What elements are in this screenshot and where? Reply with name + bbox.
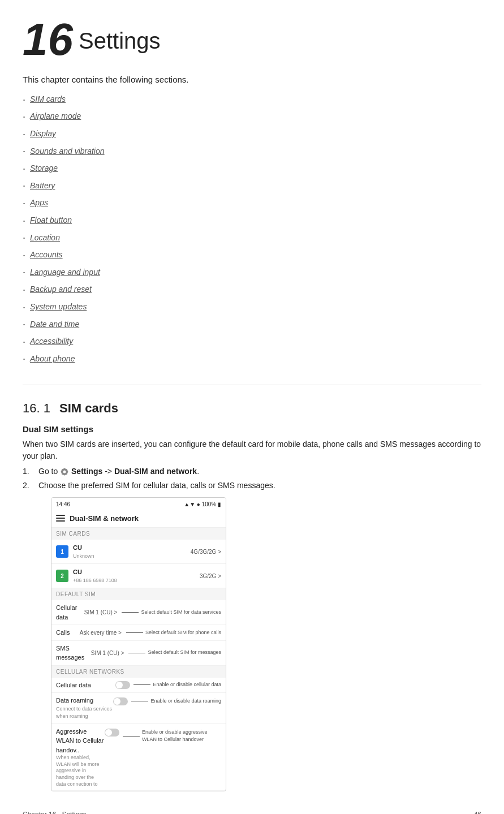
battery-icon: 100%: [202, 501, 217, 507]
aggressive-wlan-toggle: [105, 729, 119, 737]
toc-link[interactable]: Location: [30, 231, 60, 245]
toc-link[interactable]: About phone: [30, 352, 75, 366]
hamburger-icon: [56, 515, 65, 522]
toc-item: Accounts: [23, 247, 481, 264]
toc-list: SIM cardsAirplane modeDisplaySounds and …: [23, 91, 481, 368]
steps-list: 1. Go to Settings -> Dual-SIM and networ…: [23, 466, 481, 492]
toc-item: Battery: [23, 177, 481, 195]
toc-link[interactable]: Float button: [30, 214, 72, 227]
data-roaming-row: Data roaming Connect to data services wh…: [51, 693, 226, 724]
svg-rect-6: [64, 474, 65, 476]
step-1: 1. Go to Settings -> Dual-SIM and networ…: [23, 466, 481, 477]
toc-link[interactable]: SIM cards: [30, 93, 66, 106]
wifi-icon: ●: [197, 501, 202, 507]
annotation-wlan: Enable or disable aggressive WLAN to Cel…: [123, 729, 221, 744]
toc-item: Display: [23, 126, 481, 143]
footer-left: Chapter 16 . Settings: [23, 809, 87, 814]
section-title-text: SIM cards: [59, 401, 118, 415]
toc-link[interactable]: Accounts: [30, 248, 63, 262]
data-roaming-toggle: [113, 697, 128, 705]
section-number: 16. 1: [23, 401, 50, 415]
section-divider: [23, 385, 481, 385]
toc-link[interactable]: Backup and reset: [30, 283, 92, 296]
toc-link[interactable]: System updates: [30, 300, 87, 314]
battery-bar: ▮: [218, 501, 221, 507]
svg-point-1: [63, 470, 66, 473]
sim2-row: 2 CU +86 186 6598 7108 3G/2G >: [51, 564, 226, 588]
toc-item: System updates: [23, 299, 481, 316]
toc-item: Date and time: [23, 316, 481, 333]
toc-item: SIM cards: [23, 91, 481, 109]
subsection-title: Dual SIM settings: [23, 423, 481, 436]
phone-screenshot: 14:46 ▲▼ ● 100% ▮ Dual-SIM & network SIM…: [51, 497, 226, 792]
page-footer: Chapter 16 . Settings 46: [0, 809, 504, 814]
toc-item: Airplane mode: [23, 108, 481, 126]
sim2-badge: 2: [56, 570, 68, 582]
svg-rect-2: [64, 468, 65, 470]
sim2-info: CU +86 186 6598 7108: [73, 567, 200, 584]
annotation-cellular-toggle: Enable or disable cellular data: [133, 681, 221, 689]
annotation-cellular-data: Select default SIM for data services: [122, 609, 221, 617]
chapter-number: 16: [23, 17, 73, 62]
signal-icon: ▲▼: [184, 501, 197, 507]
toc-link[interactable]: Language and input: [30, 266, 100, 279]
step-1-num: 1.: [23, 466, 38, 477]
cellular-networks-label: CELLULAR NETWORKS: [51, 666, 226, 678]
toc-item: Apps: [23, 195, 481, 212]
cellular-data-toggle: [115, 681, 130, 689]
annotation-calls: Select default SIM for phone calls: [126, 629, 221, 637]
status-icons: ▲▼ ● 100% ▮: [184, 500, 221, 509]
toc-link[interactable]: Accessibility: [30, 335, 73, 348]
screen-title-text: Dual-SIM & network: [70, 513, 139, 524]
cellular-data-toggle-row: Cellular data Enable or disable cellular…: [51, 678, 226, 694]
sms-row: SMS messages SIM 1 (CU) > Select default…: [51, 641, 226, 666]
section-body-text: When two SIM cards are inserted, you can…: [23, 438, 481, 462]
svg-rect-4: [67, 471, 68, 472]
toc-link[interactable]: Date and time: [30, 318, 79, 331]
sim-cards-label: SIM CARDS: [51, 528, 226, 540]
step-2-text: Choose the preferred SIM for cellular da…: [38, 480, 275, 492]
toc-item: Accessibility: [23, 333, 481, 351]
cellular-data-row: Cellular data SIM 1 (CU) > Select defaul…: [51, 600, 226, 625]
sim1-info: CU Unknown: [73, 543, 191, 560]
intro-text: This chapter contains the following sect…: [23, 74, 481, 87]
default-sim-label: DEFAULT SIM: [51, 588, 226, 600]
toc-item: Sounds and vibration: [23, 143, 481, 160]
section-16-1-title: 16. 1 SIM cards: [23, 399, 481, 417]
step-1-text: Go to Settings -> Dual-SIM and network.: [38, 466, 199, 477]
screen-title-bar: Dual-SIM & network: [51, 511, 226, 528]
toc-item: Location: [23, 229, 481, 247]
annotation-roaming: Enable or disable data roaming: [131, 697, 221, 705]
sim1-row: 1 CU Unknown 4G/3G/2G >: [51, 540, 226, 564]
svg-rect-8: [61, 471, 63, 472]
sim1-badge: 1: [56, 545, 68, 558]
settings-gear-icon: [61, 468, 68, 476]
status-bar: 14:46 ▲▼ ● 100% ▮: [51, 498, 226, 511]
toc-link[interactable]: Apps: [30, 196, 48, 210]
chapter-header: 16 Settings: [23, 17, 481, 62]
toc-link[interactable]: Display: [30, 127, 56, 141]
toc-item: Backup and reset: [23, 281, 481, 299]
toc-link[interactable]: Sounds and vibration: [30, 145, 105, 158]
toc-link[interactable]: Storage: [30, 162, 58, 175]
chapter-title: Settings: [79, 24, 161, 62]
toc-item: Language and input: [23, 264, 481, 281]
step-2-num: 2.: [23, 480, 38, 492]
toc-item: Float button: [23, 212, 481, 230]
footer-right: 46: [474, 809, 481, 814]
status-time: 14:46: [56, 500, 70, 509]
annotation-sms: Select default SIM for messages: [128, 649, 221, 657]
toc-item: Storage: [23, 160, 481, 178]
toc-link[interactable]: Airplane mode: [30, 110, 81, 123]
toc-item: About phone: [23, 350, 481, 368]
aggressive-wlan-row: Aggressive WLAN to Cellular handov.. Whe…: [51, 724, 226, 791]
step-2: 2. Choose the preferred SIM for cellular…: [23, 480, 481, 492]
toc-link[interactable]: Battery: [30, 179, 55, 193]
calls-row: Calls Ask every time > Select default SI…: [51, 625, 226, 641]
